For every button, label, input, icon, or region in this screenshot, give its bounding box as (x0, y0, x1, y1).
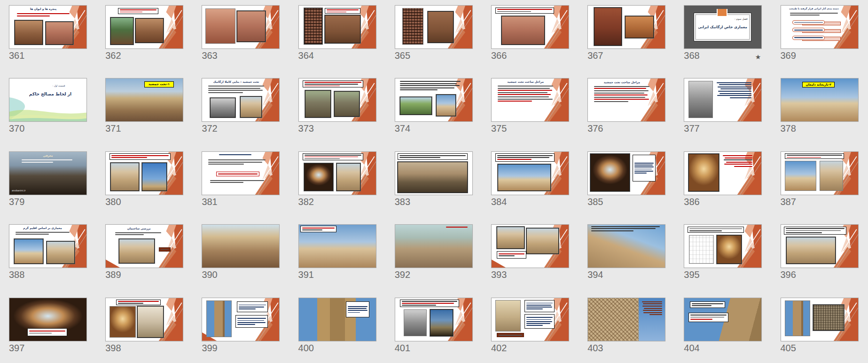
slide-number: 373 (298, 123, 314, 134)
slide-number: 372 (202, 123, 217, 134)
slide-thumbnail-396[interactable] (781, 224, 859, 268)
slide-thumbnail-361[interactable]: پنجره ها و ایوان ها (9, 5, 87, 49)
slide-thumbnail-404[interactable] (684, 298, 762, 341)
slide-thumbnail-405[interactable] (781, 298, 859, 341)
slide-cell-392: 392 ★ (395, 224, 491, 297)
slide-cell-373: 373 ★ (298, 78, 395, 151)
slide-thumbnail-382[interactable] (298, 151, 376, 195)
slide-thumbnail-374[interactable] (395, 78, 473, 122)
slide-number: 375 (491, 123, 507, 134)
dark-archway-photo (304, 163, 333, 190)
text-box (633, 155, 656, 181)
slide-thumbnail-395[interactable] (684, 224, 762, 268)
slide-thumbnail-368[interactable]: فصل سوم : معماری خاص ارگانیک ایرانی (684, 5, 762, 49)
ruined-arcade-photo (47, 241, 75, 264)
slide-thumbnail-397[interactable] (9, 298, 87, 341)
facet-theme-decoration (155, 225, 184, 268)
slide-number: 369 (781, 50, 796, 61)
slide-number-row: 385 ★ (587, 197, 665, 207)
slide-number-row: 372 ★ (202, 123, 280, 134)
text-lines (498, 86, 553, 103)
slide-thumbnail-386[interactable] (684, 151, 762, 195)
abyaneh-facade-photo (237, 11, 266, 42)
slide-thumbnail-402[interactable] (491, 298, 569, 341)
slide-cell-374: 374 ★ (395, 78, 491, 151)
slide-thumbnail-373[interactable] (298, 78, 376, 122)
watermark: anobanini.ir (12, 189, 35, 192)
slide-thumbnail-366[interactable] (491, 5, 569, 49)
text-box (792, 20, 825, 24)
slide-cell-384: 384 ★ (491, 151, 587, 224)
slide-thumbnail-387[interactable] (781, 151, 859, 195)
slide-thumbnail-377[interactable] (684, 78, 762, 122)
slide-thumbnail-375[interactable]: مراحل ساخت تخت جمشید (491, 78, 569, 122)
slide-thumbnail-365[interactable] (395, 5, 473, 49)
slide-thumbnail-398[interactable] (105, 298, 183, 341)
animation-star-icon: ★ (755, 53, 762, 61)
slide-thumbnail-371[interactable]: ۱-تخت جمشید (105, 78, 183, 122)
slide-thumbnail-376[interactable]: مراحل ساخت تخت جمشید (587, 78, 665, 122)
slide-title: پنجره ها و ایوان ها (16, 8, 71, 11)
slide-thumbnail-399[interactable] (202, 298, 280, 341)
slide-thumbnail-389[interactable]: بررسی ساختمان (105, 224, 183, 268)
slide-thumbnail-362[interactable] (105, 5, 183, 49)
slide-cell-388: معماری بر اساس اقلیم گرم 388 ★ (9, 224, 105, 297)
slide-cell-404: 404 ★ (684, 298, 780, 363)
slide-number-row: 394 ★ (587, 269, 665, 280)
slide-number: 396 (781, 269, 796, 280)
slide-thumbnail-378[interactable]: ۲-تاریخانه دامغان (781, 78, 859, 122)
courtyard-tree-photo (110, 17, 133, 45)
slide-number-row: 401 ★ (395, 343, 473, 353)
slide-thumbnail-391[interactable] (298, 224, 376, 268)
text-box (524, 300, 555, 312)
slide-number-row: 388 ★ (9, 269, 87, 280)
slide-thumbnail-383[interactable] (395, 151, 473, 195)
slide-thumbnail-372[interactable]: تخت جمشید : بنایی کاملا ارگانیک (202, 78, 280, 122)
slide-thumbnail-400[interactable] (298, 298, 376, 341)
text-box (216, 172, 259, 176)
slide-thumbnail-380[interactable] (105, 151, 183, 195)
slide-number: 395 (684, 269, 699, 280)
slide-thumbnail-403[interactable] (587, 298, 665, 341)
slide-number-row: 364 ★ (298, 50, 376, 61)
text-lines (400, 81, 461, 92)
stone-quarry-photo (688, 81, 713, 118)
slide-number: 361 (9, 50, 24, 61)
slide-number: 400 (298, 343, 314, 353)
slide-thumbnail-367[interactable] (587, 5, 665, 49)
slide-thumbnail-370[interactable]: قسمت اول :از لحاظ مصالح حاکم (9, 78, 87, 122)
slide-number: 381 (202, 197, 217, 207)
slide-thumbnail-379[interactable]: معرفیanobanini.ir (9, 151, 87, 195)
brick-window-photo (325, 15, 360, 43)
slide-thumbnail-388[interactable]: معماری بر اساس اقلیم گرم (9, 224, 87, 268)
slide-title: معماری بر اساس اقلیم گرم (17, 227, 68, 230)
text-lines (219, 154, 251, 157)
slide-thumbnail-381[interactable] (202, 151, 280, 195)
text-box (495, 153, 555, 161)
text-box (325, 8, 360, 14)
slide-thumbnail-393[interactable] (491, 224, 569, 268)
slide-thumbnail-384[interactable] (491, 151, 569, 195)
slide-thumbnail-401[interactable] (395, 298, 473, 341)
slide-thumbnail-385[interactable] (587, 151, 665, 195)
slide-cell-396: 396 ★ (781, 224, 868, 297)
slide-number-row: 373 ★ (298, 123, 376, 134)
slide-thumbnail-394[interactable] (587, 224, 665, 268)
slide-thumbnail-390[interactable] (202, 224, 280, 268)
slide-thumbnail-363[interactable] (202, 5, 280, 49)
slide-number: 378 (781, 123, 796, 134)
slide-cell-369: دسته بندی آثار ایرانی قرار گرفته با طبیع… (781, 5, 868, 78)
intro-title: معرفی (32, 154, 63, 157)
timber-balcony-house-photo (205, 8, 235, 44)
slide-thumbnail-392[interactable] (395, 224, 473, 268)
slide-number-row: 367 ★ (587, 50, 665, 61)
text-box (398, 153, 468, 160)
slide-thumbnail-369[interactable]: دسته بندی آثار ایرانی قرار گرفته با طبیع… (781, 5, 859, 49)
slide-thumbnail-364[interactable] (298, 5, 376, 49)
slide-number: 380 (105, 197, 121, 207)
slide-number-row: 396 ★ (781, 269, 859, 280)
minaret-color-photo-photo (430, 309, 453, 336)
text-lines (790, 13, 838, 17)
text-box (109, 153, 171, 160)
village-house-photo (501, 16, 545, 45)
